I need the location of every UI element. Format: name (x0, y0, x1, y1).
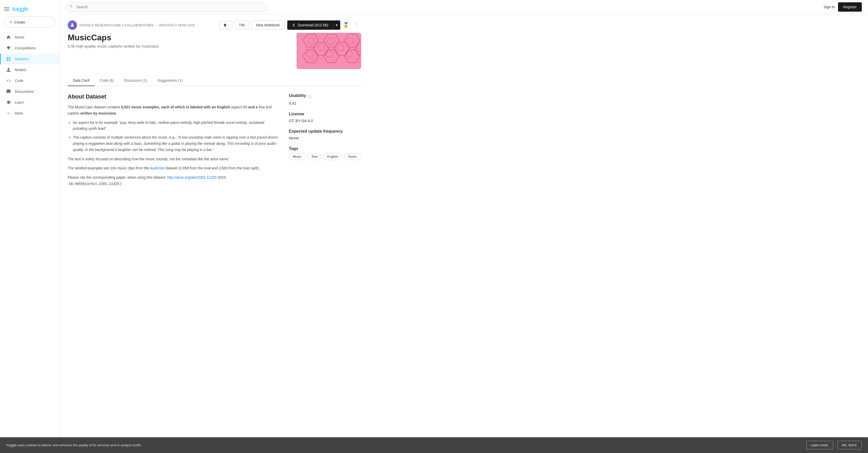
plus-icon: + (9, 19, 12, 25)
models-icon (6, 67, 11, 73)
bullet-item: The caption consists of multiple sentenc… (73, 135, 278, 153)
tag-audio[interactable]: Audio (344, 153, 361, 160)
doi-text: 10.48550/arXiv.2301.11325 (68, 181, 120, 186)
more-options-button[interactable]: ⋮ (352, 21, 361, 29)
about-para3: The labeled examples are 10s music clips… (68, 165, 278, 171)
sidebar: kaggle + Create Home Competitions Datase… (0, 0, 59, 453)
usability-value: 9.41 (289, 101, 361, 106)
dataset-owner: GOOGLE RESEARCH AND 3 COLLABORATORS · UP… (80, 24, 195, 27)
update-freq-value: Never (289, 136, 361, 140)
datasets-icon (6, 56, 11, 61)
menu-icon[interactable] (4, 7, 9, 11)
sign-in-button[interactable]: Sign In (824, 5, 835, 9)
content-layout: About Dataset The MusicCaps dataset cont… (68, 93, 361, 190)
action-bar: 749 New Notebook Download (812 kB) ▾ 🥇 ⋮ (219, 21, 361, 30)
sidebar-item-home[interactable]: Home (0, 32, 59, 43)
tags-card: Tags Music Text English Audio (289, 146, 361, 160)
title-thumbnail-row: MusicCaps 5.5k high-quality music captio… (68, 33, 361, 69)
sidebar-item-label: Learn (15, 100, 24, 105)
dataset-thumbnail (297, 33, 361, 69)
create-button[interactable]: + Create (4, 17, 55, 28)
dataset-subtitle: 5.5k high-quality music captions written… (68, 44, 159, 48)
trophy-icon (6, 46, 11, 51)
sidebar-header: kaggle (0, 3, 59, 17)
sidebar-item-label: Discussions (15, 89, 34, 93)
sidebar-item-code[interactable]: Code (0, 75, 59, 86)
sidebar-item-label: Datasets (15, 57, 29, 61)
bullet-item: An aspect list is for example "pop, tinn… (73, 120, 278, 132)
learn-icon (6, 100, 11, 105)
create-label: Create (14, 20, 25, 24)
sidebar-item-label: Home (15, 35, 24, 39)
license-label: License (289, 112, 361, 116)
register-button[interactable]: Register (838, 2, 862, 11)
tab-discussion[interactable]: Discussion (1) (119, 75, 152, 86)
tabs-bar: Data Card Code (6) Discussion (1) Sugges… (68, 75, 361, 86)
sidebar-item-learn[interactable]: Learn (0, 97, 59, 108)
audioset-link[interactable]: AudioSet (150, 166, 164, 170)
usability-label: Usability (289, 93, 306, 98)
update-freq-label: Expected update frequency (289, 129, 361, 134)
tags-container: Music Text English Audio (289, 153, 361, 160)
discussions-icon (6, 89, 11, 94)
tab-suggestions[interactable]: Suggestions (1) (152, 75, 188, 86)
medal-icon: 🥇 (343, 22, 349, 28)
search-bar (66, 2, 267, 12)
new-notebook-button[interactable]: New Notebook (251, 21, 285, 30)
dataset-meta-row: GOOGLE RESEARCH AND 3 COLLABORATORS · UP… (68, 21, 361, 30)
cookie-learn-button[interactable]: Learn more. (806, 441, 833, 449)
sidebar-item-more[interactable]: More (0, 108, 59, 119)
kaggle-logo[interactable]: kaggle (12, 6, 28, 12)
vote-count: 749 (235, 21, 249, 29)
dataset-title: MusicCaps (68, 33, 159, 43)
sidebar-item-discussions[interactable]: Discussions (0, 86, 59, 97)
download-button[interactable]: Download (812 kB) (287, 21, 333, 30)
home-icon (6, 35, 11, 40)
tag-english[interactable]: English (323, 153, 342, 160)
top-bar: Sign In Register (59, 0, 868, 14)
action-bar-left: 749 New Notebook Download (812 kB) ▾ 🥇 ⋮ (219, 21, 361, 30)
about-para4: Please cite the corresponding paper, whe… (68, 174, 278, 187)
about-para2: The text is solely focused on describing… (68, 156, 278, 162)
license-value: CC BY-SA 4.0 (289, 118, 361, 123)
content-sidebar: Usability ⓘ 9.41 License CC BY-SA 4.0 Ex… (289, 93, 361, 190)
tab-data-card[interactable]: Data Card (68, 75, 95, 86)
avatar (68, 21, 77, 30)
search-icon (69, 4, 73, 9)
sidebar-item-competitions[interactable]: Competitions (0, 43, 59, 54)
about-title: About Dataset (68, 93, 278, 100)
cookie-ok-button[interactable]: OK, Got it. (837, 441, 862, 449)
download-btn-group: Download (812 kB) ▾ (287, 21, 340, 30)
cookie-text: Kaggle uses cookies to deliver and enhan… (6, 443, 802, 447)
sidebar-item-label: More (15, 111, 23, 115)
tags-label: Tags (289, 146, 361, 151)
svg-point-0 (71, 23, 73, 25)
code-icon (6, 78, 11, 83)
cookie-banner: Kaggle uses cookies to deliver and enhan… (0, 437, 868, 453)
about-bullets: An aspect list is for example "pop, tinn… (73, 120, 278, 153)
update-freq-card: Expected update frequency Never (289, 129, 361, 140)
content-main: About Dataset The MusicCaps dataset cont… (68, 93, 278, 190)
main-content: Sign In Register GOOGLE RESEARCH AND 3 C… (59, 0, 868, 453)
dataset-page: GOOGLE RESEARCH AND 3 COLLABORATORS · UP… (59, 14, 369, 196)
sidebar-item-models[interactable]: Models (0, 64, 59, 75)
arxiv-link[interactable]: http://arxiv.org/abs/2301.11325 (167, 175, 217, 179)
about-intro: The MusicCaps dataset contains 5,521 mus… (68, 104, 278, 117)
usability-card: Usability ⓘ 9.41 (289, 93, 361, 106)
sidebar-item-label: Models (15, 68, 26, 72)
tag-text[interactable]: Text (307, 153, 321, 160)
info-icon[interactable]: ⓘ (308, 94, 311, 99)
sidebar-item-datasets[interactable]: Datasets (0, 54, 59, 64)
sidebar-item-label: Code (15, 79, 23, 83)
tab-code[interactable]: Code (6) (95, 75, 119, 86)
search-input[interactable] (66, 2, 267, 12)
sidebar-item-label: Competitions (15, 46, 36, 50)
download-chevron-button[interactable]: ▾ (333, 21, 340, 30)
vote-button[interactable] (219, 21, 232, 29)
tag-music[interactable]: Music (289, 153, 305, 160)
title-area: MusicCaps 5.5k high-quality music captio… (68, 33, 159, 48)
license-card: License CC BY-SA 4.0 (289, 112, 361, 123)
auth-buttons: Sign In Register (824, 2, 862, 11)
more-icon (6, 111, 11, 116)
